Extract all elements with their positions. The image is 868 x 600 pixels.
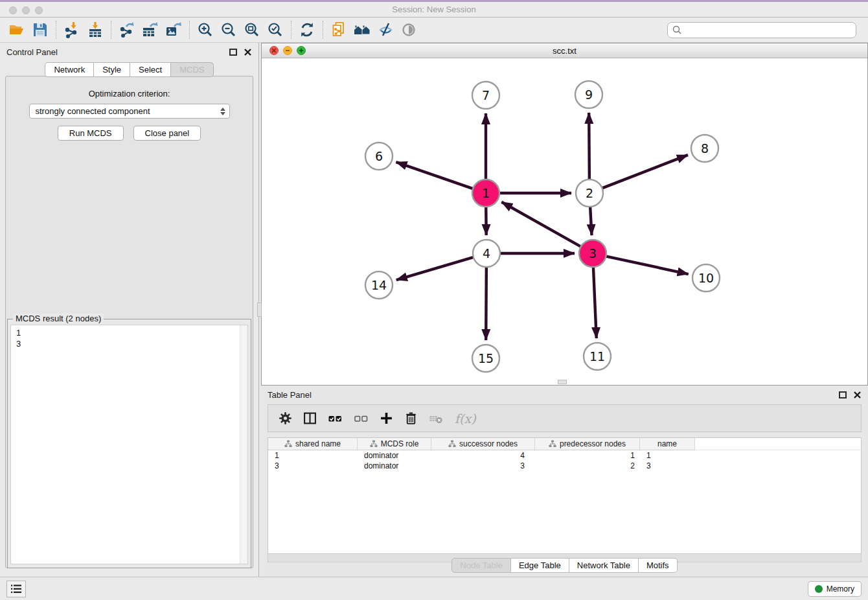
zoom-fit-button[interactable] xyxy=(240,19,264,40)
column-header-mcds-role[interactable]: MCDS role xyxy=(358,438,431,450)
table-row[interactable]: 1dominator411 xyxy=(268,450,861,461)
column-type-icon xyxy=(370,440,378,448)
mcds-result-textarea[interactable]: 13 xyxy=(10,325,248,564)
hide-all-columns-button[interactable] xyxy=(354,412,369,425)
graph-edge-2-3[interactable] xyxy=(590,205,591,235)
tab-motifs[interactable]: Motifs xyxy=(639,558,678,573)
cell-successor-nodes[interactable]: 3 xyxy=(431,461,535,470)
zoom-in-icon xyxy=(197,21,214,38)
network-close-button[interactable] xyxy=(269,46,279,55)
network-maximize-button[interactable] xyxy=(297,46,306,55)
close-window-button[interactable] xyxy=(9,6,17,14)
float-table-panel-icon[interactable] xyxy=(839,391,847,398)
minimize-window-button[interactable] xyxy=(22,6,30,14)
table-row[interactable]: 3dominator323 xyxy=(268,461,861,471)
save-session-button[interactable] xyxy=(29,19,52,40)
export-image-icon xyxy=(165,21,182,38)
optimization-criterion-select[interactable]: strongly connected component xyxy=(29,104,230,119)
search-input[interactable] xyxy=(682,23,856,36)
close-panel-icon[interactable] xyxy=(244,48,252,56)
graph-edge-4-15[interactable] xyxy=(486,266,486,340)
tab-mcds[interactable]: MCDS xyxy=(171,62,213,77)
refresh-layout-button[interactable] xyxy=(295,19,319,40)
node-table[interactable]: shared nameMCDS rolesuccessor nodesprede… xyxy=(268,437,862,554)
network-minimize-button[interactable] xyxy=(283,46,292,55)
home-icon xyxy=(353,21,371,38)
graph-edge-2-9[interactable] xyxy=(589,113,589,181)
tab-select[interactable]: Select xyxy=(130,62,171,77)
network-canvas-svg: 7968124314101511 xyxy=(262,58,867,385)
import-table-button[interactable] xyxy=(84,19,107,40)
graph-node-label-4: 4 xyxy=(483,246,490,260)
network-window-titlebar[interactable]: scc.txt xyxy=(262,43,867,58)
graph-node-label-9: 9 xyxy=(585,87,593,102)
graph-edge-3-10[interactable] xyxy=(605,256,689,274)
delete-table-button[interactable] xyxy=(429,412,444,425)
zoom-in-button[interactable] xyxy=(194,19,217,40)
close-table-panel-icon[interactable] xyxy=(853,391,862,399)
add-column-button[interactable] xyxy=(380,411,393,425)
export-network-button[interactable] xyxy=(115,19,139,40)
new-network-from-selection-button[interactable] xyxy=(327,19,350,40)
float-panel-icon[interactable] xyxy=(229,49,237,56)
import-network-button[interactable] xyxy=(60,19,84,40)
cell-predecessor-nodes[interactable]: 1 xyxy=(535,451,640,460)
mcds-result-title: MCDS result (2 nodes) xyxy=(13,314,104,323)
tab-node-table[interactable]: Node Table xyxy=(451,558,511,573)
zoom-selected-button[interactable] xyxy=(264,19,287,40)
result-line: 3 xyxy=(11,338,247,349)
graph-node-label-8: 8 xyxy=(701,141,709,156)
task-history-button[interactable] xyxy=(6,581,26,597)
network-window-title: scc.txt xyxy=(262,46,867,56)
function-builder-button[interactable]: f(x) xyxy=(455,411,476,426)
cell-mcds-role[interactable]: dominator xyxy=(358,461,431,470)
horizontal-split-handle[interactable] xyxy=(558,380,567,384)
column-header-predecessor-nodes[interactable]: predecessor nodes xyxy=(535,438,640,450)
cell-mcds-role[interactable]: dominator xyxy=(358,451,431,460)
table-toolbar: f(x) xyxy=(268,404,862,432)
column-header-shared-name[interactable]: shared name xyxy=(268,438,358,450)
tab-edge-table[interactable]: Edge Table xyxy=(511,558,569,573)
tab-network-table[interactable]: Network Table xyxy=(569,558,639,573)
graph-node-label-10: 10 xyxy=(698,271,714,285)
graph-edge-3-1[interactable] xyxy=(501,202,582,248)
checked-boxes-icon xyxy=(328,412,343,425)
first-neighbors-button[interactable] xyxy=(350,19,374,40)
memory-button[interactable]: Memory xyxy=(808,581,862,597)
zoom-out-button[interactable] xyxy=(217,19,240,40)
search-field[interactable] xyxy=(667,22,856,38)
cell-name[interactable]: 1 xyxy=(640,451,695,460)
show-all-columns-button[interactable] xyxy=(328,412,343,425)
maximize-window-button[interactable] xyxy=(35,6,43,14)
open-file-button[interactable] xyxy=(5,19,29,40)
cell-shared-name[interactable]: 1 xyxy=(268,451,358,460)
graph-edge-3-11[interactable] xyxy=(593,266,597,338)
cell-name[interactable]: 3 xyxy=(640,461,695,470)
table-settings-button[interactable] xyxy=(279,411,292,425)
export-image-button[interactable] xyxy=(162,19,185,40)
save-icon xyxy=(32,21,49,38)
window-title: Session: New Session xyxy=(0,5,868,14)
graph-edge-2-8[interactable] xyxy=(601,155,688,189)
export-table-button[interactable] xyxy=(139,19,162,40)
column-layout-button[interactable] xyxy=(303,411,317,425)
optimization-criterion-label: Optimization criterion: xyxy=(6,89,253,98)
cell-predecessor-nodes[interactable]: 2 xyxy=(535,461,640,470)
cell-successor-nodes[interactable]: 4 xyxy=(431,451,535,460)
graph-edge-4-14[interactable] xyxy=(396,257,475,280)
network-canvas[interactable]: 7968124314101511 xyxy=(262,58,867,385)
tab-style[interactable]: Style xyxy=(94,62,130,77)
cell-shared-name[interactable]: 3 xyxy=(268,461,358,470)
close-panel-button[interactable]: Close panel xyxy=(133,126,201,141)
run-mcds-button[interactable]: Run MCDS xyxy=(58,126,124,141)
show-all-button[interactable] xyxy=(397,19,420,40)
hide-selected-button[interactable] xyxy=(374,19,397,40)
column-header-name[interactable]: name xyxy=(640,438,695,450)
tab-network[interactable]: Network xyxy=(45,62,94,77)
graph-edge-1-6[interactable] xyxy=(396,162,474,189)
export-table-icon xyxy=(142,21,159,38)
result-scrollbar[interactable] xyxy=(240,325,247,564)
column-header-successor-nodes[interactable]: successor nodes xyxy=(431,438,535,450)
vertical-split-handle[interactable] xyxy=(257,303,262,317)
delete-column-button[interactable] xyxy=(404,411,418,425)
